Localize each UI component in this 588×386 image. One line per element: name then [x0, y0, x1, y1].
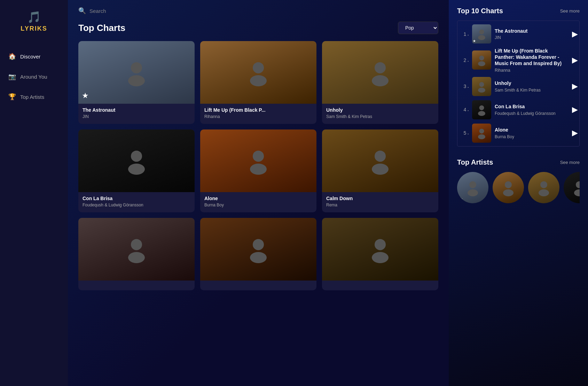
card-title: Alone [204, 196, 312, 201]
svg-point-9 [250, 164, 267, 175]
card-image [200, 129, 316, 192]
chart-card[interactable] [78, 218, 195, 290]
top-charts-title: Top Charts [78, 23, 125, 33]
thumb [472, 100, 491, 119]
card-artist: Foudeqush & Ludwig Göransson [83, 203, 190, 207]
play-button[interactable]: ▶ [572, 82, 578, 91]
top10-item[interactable]: 1 • ★ The Astronaut JIN ▶ [459, 22, 578, 46]
song-info: Con La Brisa Foudeqush & Ludwig Göransso… [495, 103, 569, 116]
svg-point-0 [131, 62, 142, 73]
top10-item[interactable]: 4 • Con La Brisa Foudeqush & Ludwig Göra… [459, 98, 578, 121]
svg-point-34 [576, 181, 580, 188]
chart-card[interactable] [322, 218, 438, 290]
song-artist: Sam Smith & Kim Petras [495, 88, 569, 93]
top10-title: Top 10 Charts [457, 7, 503, 15]
song-info: The Astronaut JIN [495, 28, 569, 40]
thumb [472, 124, 491, 143]
song-artist: Burna Boy [495, 134, 569, 139]
chart-card[interactable]: Lift Me Up (From Black P... Rihanna [200, 41, 316, 124]
svg-point-18 [479, 30, 484, 34]
song-artist: Foudeqush & Ludwig Göransson [495, 111, 569, 116]
card-title: Unholy [326, 107, 434, 113]
logo-icon: 🎵 [27, 10, 41, 24]
sidebar: 🎵 LYRIKS 🏠 Discover 📷 Around You 🏆 Top A… [0, 0, 68, 386]
trophy-icon: 🏆 [8, 93, 16, 101]
top10-see-more[interactable]: See more [560, 8, 580, 14]
genre-dropdown[interactable]: Pop Rock Hip-Hop R&B Electronic [398, 22, 438, 34]
play-button[interactable]: ▶ [572, 105, 578, 114]
play-button[interactable]: ▶ [572, 128, 578, 137]
svg-point-3 [250, 75, 267, 86]
svg-point-25 [478, 111, 485, 116]
play-button[interactable]: ▶ [572, 56, 578, 65]
charts-grid: ★ The Astronaut JIN Lift Me Up (From Bla… [78, 41, 438, 290]
chart-card[interactable]: ★ The Astronaut JIN [78, 41, 195, 124]
thumb [472, 50, 491, 70]
top-artists-see-more[interactable]: See more [560, 160, 580, 165]
top10-item[interactable]: 2 • Lift Me Up (From Black Panther: Waka… [459, 46, 578, 75]
artist-circle[interactable] [493, 172, 524, 203]
sidebar-item-discover[interactable]: 🏠 Discover [0, 46, 68, 66]
thumb: ★ [472, 24, 491, 44]
svg-point-13 [128, 252, 145, 263]
top10-item[interactable]: 3 • Unholy Sam Smith & Kim Petras ▶ [459, 75, 578, 98]
song-title: Con La Brisa [495, 103, 569, 110]
top10-header: Top 10 Charts See more [457, 7, 580, 15]
card-info: Lift Me Up (From Black P... Rihanna [200, 104, 316, 124]
song-info: Lift Me Up (From Black Panther: Wakanda … [495, 48, 569, 73]
artist-circle[interactable] [528, 172, 559, 203]
top-charts-header: Top Charts Pop Rock Hip-Hop R&B Electron… [78, 22, 438, 34]
svg-point-26 [479, 128, 484, 133]
card-image [322, 41, 438, 104]
svg-point-23 [478, 88, 485, 93]
card-info [78, 281, 195, 290]
artist-circle[interactable]: ★ [457, 172, 488, 203]
chart-card[interactable]: Con La Brisa Foudeqush & Ludwig Göransso… [78, 129, 195, 212]
star-badge: ★ [82, 91, 89, 100]
svg-point-17 [372, 252, 389, 263]
main-content: 🔍 Top Charts Pop Rock Hip-Hop R&B Electr… [68, 0, 449, 386]
top-artists-section: Top Artists See more ★ [457, 158, 580, 203]
card-title: Lift Me Up (From Black P... [204, 107, 312, 113]
search-icon: 🔍 [78, 7, 86, 15]
thumb [472, 77, 491, 96]
sidebar-item-discover-label: Discover [20, 54, 40, 60]
rank-number: 2 • [459, 57, 469, 63]
svg-point-4 [375, 62, 386, 73]
svg-point-30 [505, 181, 512, 188]
svg-point-29 [468, 189, 478, 196]
svg-point-2 [253, 62, 264, 73]
sidebar-item-around-you[interactable]: 📷 Around You [0, 66, 68, 87]
search-input[interactable] [89, 8, 194, 14]
svg-point-19 [478, 35, 485, 40]
card-title: Calm Down [326, 196, 434, 201]
card-image [322, 129, 438, 192]
chart-card[interactable] [200, 218, 316, 290]
top10-list: 1 • ★ The Astronaut JIN ▶ 2 • [459, 22, 578, 145]
top10-scroll-container: 1 • ★ The Astronaut JIN ▶ 2 • [457, 21, 580, 147]
card-info [322, 281, 438, 290]
svg-point-28 [469, 181, 476, 188]
artist-circle[interactable] [564, 172, 580, 203]
song-title: Lift Me Up (From Black Panther: Wakanda … [495, 48, 569, 67]
svg-point-35 [574, 189, 580, 196]
right-panel: Top 10 Charts See more 1 • ★ The Astrona… [449, 0, 588, 386]
card-info: Unholy Sam Smith & Kim Petras [322, 104, 438, 124]
svg-point-7 [128, 164, 145, 175]
song-artist: JIN [495, 35, 569, 40]
chart-card[interactable]: Alone Burna Boy [200, 129, 316, 212]
song-title: The Astronaut [495, 28, 569, 34]
svg-point-12 [131, 239, 142, 250]
chart-card[interactable]: Calm Down Rema [322, 129, 438, 212]
svg-point-21 [478, 61, 485, 66]
card-artist: Rema [326, 203, 434, 207]
top10-item[interactable]: 5 • Alone Burna Boy ▶ [459, 121, 578, 145]
song-title: Unholy [495, 80, 569, 86]
search-bar: 🔍 [78, 7, 438, 15]
chart-card[interactable]: Unholy Sam Smith & Kim Petras [322, 41, 438, 124]
sidebar-item-top-artists[interactable]: 🏆 Top Artists [0, 87, 68, 107]
home-icon: 🏠 [8, 53, 16, 60]
card-artist: Burna Boy [204, 203, 312, 207]
card-image [78, 129, 195, 192]
play-button[interactable]: ▶ [572, 30, 578, 39]
